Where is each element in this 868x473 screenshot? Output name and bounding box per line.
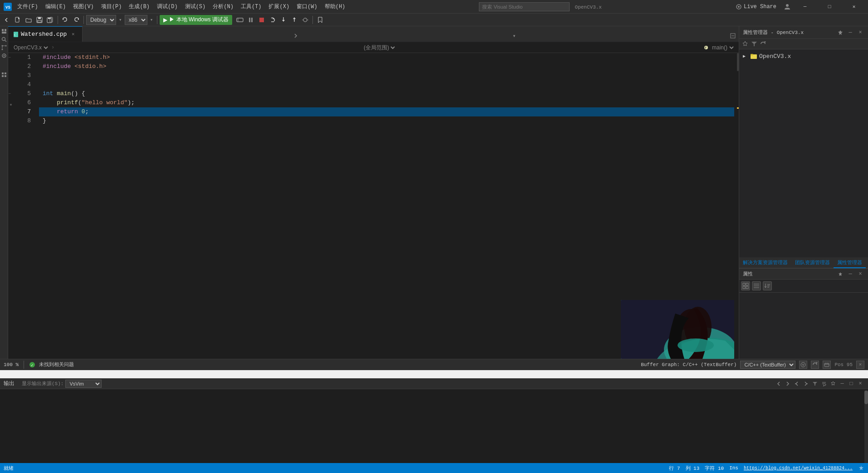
live-share-button[interactable]: Live Share xyxy=(732,3,780,11)
toolbar-attach[interactable] xyxy=(235,15,245,25)
menu-project[interactable]: 项目(P) xyxy=(98,0,126,14)
tab-list-button[interactable]: ▾ xyxy=(508,30,520,42)
activity-explorer[interactable] xyxy=(1,28,7,34)
properties-close[interactable]: × xyxy=(856,270,864,278)
buffer-bar: 100 % ✓ 未找到相关问题 Buffer Graph: C/C++ (Tex… xyxy=(0,359,868,370)
solution-tree: ▶ OpenCV3.x xyxy=(739,49,868,257)
status-url[interactable]: https://blog.csdn.net/weixin_41288824... xyxy=(744,466,853,471)
output-scroll-thumb[interactable] xyxy=(864,391,868,404)
output-pin-btn[interactable] xyxy=(829,380,837,388)
toolbar-bookmark[interactable] xyxy=(315,15,325,25)
buffer-graph-select[interactable]: C/C++ (TextBuffer) xyxy=(740,361,795,369)
menu-help[interactable]: 帮助(H) xyxy=(321,0,349,14)
menu-edit[interactable]: 编辑(E) xyxy=(42,0,70,14)
output-next-btn[interactable] xyxy=(784,380,792,388)
output-source-select[interactable]: VsVim xyxy=(65,380,102,388)
scrollbar-thumb[interactable] xyxy=(737,53,739,71)
toolbar-step-out[interactable] xyxy=(289,15,299,25)
toolbar-solution-settings[interactable] xyxy=(741,40,749,48)
toolbar-save[interactable] xyxy=(34,15,44,25)
minimize-button[interactable]: ─ xyxy=(795,0,815,14)
menu-debug[interactable]: 调试(D) xyxy=(153,0,181,14)
output-filter-btn[interactable] xyxy=(811,380,819,388)
output-prev-err-btn[interactable] xyxy=(793,380,801,388)
output-wrap-btn[interactable] xyxy=(820,380,828,388)
live-share-icon xyxy=(736,4,742,10)
debug-config-select[interactable]: Debug xyxy=(86,15,116,25)
panel-pin-button[interactable] xyxy=(836,29,844,37)
activity-debug[interactable] xyxy=(1,53,7,59)
output-next-err-btn[interactable] xyxy=(802,380,810,388)
restore-button[interactable]: □ xyxy=(819,0,840,14)
prop-grid-view[interactable] xyxy=(741,281,750,290)
titlebar-right: Live Share ─ □ ✕ xyxy=(732,0,864,14)
properties-pin[interactable] xyxy=(836,270,844,278)
run-debugger-button[interactable]: ▶ ▶ 本地 Windows 调试器 xyxy=(160,15,232,25)
output-max-btn[interactable]: □ xyxy=(847,380,855,388)
platform-select[interactable]: x86 xyxy=(125,15,147,25)
activity-search[interactable] xyxy=(1,36,7,43)
status-ins: Ins xyxy=(729,465,738,471)
buffer-graph xyxy=(0,370,868,378)
menu-window[interactable]: 窗口(W) xyxy=(293,0,321,14)
activity-git[interactable] xyxy=(1,44,7,51)
status-ready[interactable]: 就绪 xyxy=(4,465,14,472)
panel-minimize-button[interactable]: ─ xyxy=(846,29,854,37)
activity-extensions[interactable] xyxy=(1,72,7,78)
toolbar-back[interactable] xyxy=(2,15,12,25)
prop-sort[interactable] xyxy=(763,281,772,290)
toolbar-open-folder[interactable] xyxy=(24,15,34,25)
toolbar-pause[interactable] xyxy=(246,15,256,25)
prop-category-view[interactable] xyxy=(752,281,761,290)
search-input[interactable] xyxy=(479,2,570,11)
output-close-btn[interactable]: × xyxy=(856,380,864,388)
tab-property-manager[interactable]: 属性管理器 xyxy=(834,257,866,268)
toolbar-solution-refresh[interactable] xyxy=(759,40,767,48)
fold-1[interactable]: − xyxy=(8,55,14,60)
toolbar-step-over[interactable] xyxy=(268,15,278,25)
svg-point-28 xyxy=(1,49,3,50)
output-scrollbar[interactable] xyxy=(864,391,868,463)
output-min-btn[interactable]: ─ xyxy=(838,380,846,388)
buffer-close-btn[interactable]: × xyxy=(856,361,864,369)
toolbar-save-all[interactable] xyxy=(45,15,55,25)
output-title: 输出 xyxy=(4,380,15,387)
close-button[interactable]: ✕ xyxy=(844,0,864,14)
tab-close-button[interactable]: × xyxy=(69,31,77,38)
toolbar-undo[interactable] xyxy=(60,15,70,25)
tab-team-explorer[interactable]: 团队资源管理器 xyxy=(791,257,834,268)
fold-5[interactable]: − xyxy=(8,92,14,97)
menu-analyze[interactable]: 分析(N) xyxy=(209,0,237,14)
editor-scrollbar[interactable] xyxy=(734,53,739,359)
breadcrumb-function-select[interactable]: main() xyxy=(710,44,735,51)
breadcrumb-file-select[interactable]: OpenCV3.x xyxy=(12,44,49,51)
panel-close-button[interactable]: × xyxy=(856,29,864,37)
buffer-btn-2[interactable] xyxy=(811,361,819,369)
tab-scroll-right[interactable] xyxy=(290,30,302,42)
svg-point-20 xyxy=(303,18,307,22)
menu-build[interactable]: 生成(B) xyxy=(125,0,153,14)
account-icon xyxy=(784,3,791,10)
toolbar-new-file[interactable] xyxy=(13,15,23,25)
output-prev-btn[interactable] xyxy=(775,380,783,388)
properties-min[interactable]: ─ xyxy=(846,270,854,278)
tree-item-opencv[interactable]: ▶ OpenCV3.x xyxy=(741,51,866,61)
tab-expand-button[interactable] xyxy=(727,30,739,42)
toolbar-step-into[interactable] xyxy=(278,15,288,25)
tab-watershed-cpp[interactable]: C Watershed.cpp × xyxy=(8,26,83,42)
toolbar-breakpoints[interactable] xyxy=(300,15,310,25)
buffer-btn-1[interactable] xyxy=(799,361,807,369)
toolbar-solution-filter[interactable] xyxy=(750,40,758,48)
buffer-btn-3[interactable] xyxy=(823,361,831,369)
status-feedback-icon[interactable] xyxy=(858,465,864,471)
toolbar-redo[interactable] xyxy=(71,15,81,25)
breadcrumb-scope-select[interactable]: (全局范围) xyxy=(362,44,396,51)
menu-test[interactable]: 测试(S) xyxy=(181,0,210,14)
menu-extensions[interactable]: 扩展(X) xyxy=(265,0,293,14)
code-editor[interactable]: − − 1 2 3 4 5 6 7 8 xyxy=(8,53,739,359)
menu-file[interactable]: 文件(F) xyxy=(14,0,42,14)
toolbar-stop[interactable] xyxy=(257,15,267,25)
tab-solution-explorer[interactable]: 解决方案资源管理器 xyxy=(739,257,791,268)
menu-tools[interactable]: 工具(T) xyxy=(237,0,265,14)
menu-view[interactable]: 视图(V) xyxy=(69,0,98,14)
